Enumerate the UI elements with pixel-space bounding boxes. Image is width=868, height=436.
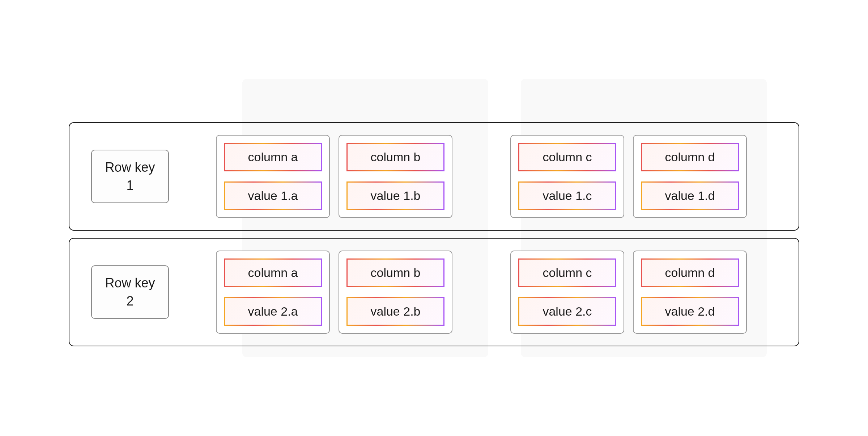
column-name: column d	[641, 143, 739, 171]
row-key: Row key 1	[91, 150, 169, 204]
column-name: column a	[224, 258, 322, 287]
row-key-label: Row key	[103, 274, 157, 292]
cell-value: value 2.a	[224, 297, 322, 326]
column-name: column c	[518, 258, 616, 287]
column-name: column d	[641, 258, 739, 287]
family-b-cells: column c value 2.c column d value 2.d	[510, 251, 747, 334]
row-key: Row key 2	[91, 265, 169, 319]
cell-value: value 1.c	[518, 181, 616, 210]
column-name: column b	[346, 258, 444, 287]
cell: column c value 2.c	[510, 251, 624, 334]
cell: column d value 1.d	[633, 135, 747, 218]
column-family-diagram: Column Family A Column Family B Row key …	[69, 90, 799, 346]
family-a-cells: column a value 1.a column b value 1.b	[216, 135, 452, 218]
row-key-number: 2	[103, 292, 157, 310]
cell: column a value 1.a	[216, 135, 330, 218]
cell: column a value 2.a	[216, 251, 330, 334]
column-name: column a	[224, 143, 322, 171]
cell-value: value 2.d	[641, 297, 739, 326]
family-a-cells: column a value 2.a column b value 2.b	[216, 251, 452, 334]
cell: column b value 1.b	[339, 135, 452, 218]
column-name: column c	[518, 143, 616, 171]
cell-value: value 1.b	[346, 181, 444, 210]
row-key-label: Row key	[103, 158, 157, 176]
cell-value: value 2.c	[518, 297, 616, 326]
row-key-number: 1	[103, 176, 157, 195]
family-b-cells: column c value 1.c column d value 1.d	[510, 135, 747, 218]
rows-container: Row key 1 column a value 1.a column b va…	[69, 122, 799, 346]
cell: column c value 1.c	[510, 135, 624, 218]
data-row: Row key 1 column a value 1.a column b va…	[69, 122, 799, 231]
data-row: Row key 2 column a value 2.a column b va…	[69, 238, 799, 346]
cell-value: value 1.d	[641, 181, 739, 210]
cell-value: value 2.b	[346, 297, 444, 326]
cell-value: value 1.a	[224, 181, 322, 210]
cell: column d value 2.d	[633, 251, 747, 334]
column-name: column b	[346, 143, 444, 171]
cell: column b value 2.b	[339, 251, 452, 334]
